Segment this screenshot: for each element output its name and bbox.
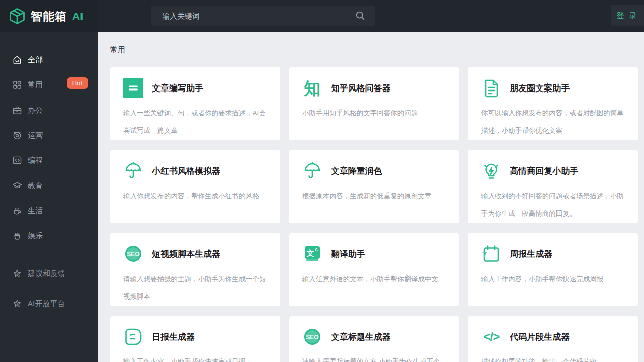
card-description: 根据原本内容，生成新的低重复的原创文章 (302, 187, 446, 205)
tool-card[interactable]: 7周报生成器输入工作内容，小助手帮你快速完成周报 (468, 233, 638, 306)
home-icon (12, 55, 22, 65)
sidebar-item-label: 全部 (28, 55, 43, 65)
sidebar-item-label: 建议和反馈 (28, 269, 65, 279)
tool-card[interactable]: SEO短视频脚本生成器请输入想要拍摄的主题，小助手为你生成一个短视频脚本 (110, 233, 280, 306)
tool-card[interactable]: </>代码片段生成器描述你想要的功能，输出一个代码片段 (468, 316, 638, 362)
umbrella-icon (302, 161, 323, 181)
article-icon (123, 78, 143, 98)
tool-card[interactable]: 知知乎风格问答器小助手用知乎风格的文字回答你的问题 (289, 67, 459, 140)
card-description: 输入任意外语的文本，小助手帮你翻译成中文 (302, 270, 446, 288)
card-header: 文章编写助手 (123, 78, 267, 98)
brand-name: 智能箱 (31, 9, 67, 24)
tool-card[interactable]: 高情商回复小助手输入收到的不好回答的问题或者场景描述，小助手为你生成一段高情商的… (468, 150, 638, 223)
card-description: 输入工作内容，小助手帮你快速完成周报 (481, 270, 625, 288)
tool-card[interactable]: 文c翻译助手输入任意外语的文本，小助手帮你翻译成中文 (289, 233, 459, 306)
sidebar-item-footer-1[interactable]: AI开放平台 (0, 289, 98, 319)
sidebar-item-label: 编程 (28, 156, 43, 165)
star-icon (12, 268, 22, 279)
card-title: 朋友圈文案助手 (510, 82, 570, 94)
card-header: 7周报生成器 (481, 244, 625, 264)
tool-card[interactable]: 小红书风格模拟器输入你想发布的内容，帮你生成小红书的风格 (110, 150, 280, 223)
briefcase-icon (12, 105, 22, 115)
grid-icon (12, 80, 22, 90)
card-header: 朋友圈文案助手 (481, 78, 625, 98)
login-button[interactable]: 登 录 (611, 5, 644, 26)
main-content: 常用 文章编写助手输入一些关键词、句，或者你的要求描述，AI会尝试写成一篇文章知… (98, 32, 644, 362)
top-bar: 智能箱 AI 登 录 (0, 0, 644, 32)
tool-card[interactable]: 朋友圈文案助手你可以输入你想发布的内容，或者对配图的简单描述，小助手帮你优化文案 (468, 67, 638, 140)
card-header: 高情商回复小助手 (481, 161, 625, 181)
svg-text:SEO: SEO (306, 334, 318, 341)
card-title: 文章编写助手 (152, 82, 203, 94)
card-description: 小助手用知乎风格的文字回答你的问题 (302, 104, 446, 122)
bulb-icon (481, 161, 501, 181)
card-description: 输入你想发布的内容，帮你生成小红书的风格 (123, 187, 267, 205)
sidebar-item-1[interactable]: 常用Hot (0, 72, 98, 98)
card-title: 文章标题生成器 (331, 331, 391, 343)
brand-suffix: AI (72, 10, 83, 22)
sidebar-item-label: 生活 (28, 206, 43, 216)
card-header: 文c翻译助手 (302, 244, 446, 264)
card-title: 短视频脚本生成器 (152, 248, 220, 260)
daily-icon (123, 327, 143, 347)
education-icon (12, 180, 22, 191)
card-title: 代码片段生成器 (510, 331, 570, 343)
sidebar-item-7[interactable]: 娱乐 (0, 223, 98, 248)
code-snippet-icon: </> (481, 327, 501, 347)
svg-text:c: c (315, 247, 318, 252)
sidebar-item-label: 教育 (28, 181, 43, 191)
card-description: 请输入需要起标题的文案,小助手为你生成五个 (302, 353, 446, 362)
tool-card[interactable]: SEO文章标题生成器请输入需要起标题的文案,小助手为你生成五个 (289, 316, 459, 362)
sidebar-item-5[interactable]: 教育 (0, 173, 98, 198)
tool-card[interactable]: 文章编写助手输入一些关键词、句，或者你的要求描述，AI会尝试写成一篇文章 (110, 67, 280, 140)
sidebar-item-6[interactable]: 生活 (0, 198, 98, 223)
sidebar-nav: 全部常用Hot办公运营编程教育生活娱乐 (0, 47, 98, 248)
search-box[interactable] (151, 6, 375, 26)
seo-icon: SEO (302, 327, 323, 347)
sidebar-item-footer-0[interactable]: 建议和反馈 (0, 258, 98, 289)
operations-icon (12, 130, 22, 140)
sidebar-item-0[interactable]: 全部 (0, 47, 98, 72)
card-title: 翻译助手 (331, 248, 365, 260)
card-title: 周报生成器 (510, 248, 552, 260)
svg-text:文: 文 (306, 249, 314, 257)
card-title: 小红书风格模拟器 (152, 165, 220, 177)
search-input[interactable] (151, 12, 355, 20)
card-header: 小红书风格模拟器 (123, 161, 267, 181)
sidebar-item-label: 办公 (28, 106, 43, 115)
sidebar-item-4[interactable]: 编程 (0, 148, 98, 173)
cube-icon (8, 7, 26, 25)
sidebar: 全部常用Hot办公运营编程教育生活娱乐 建议和反馈AI开放平台 (0, 32, 98, 362)
sidebar-footer-nav: 建议和反馈AI开放平台 (0, 254, 98, 319)
card-title: 文章降重润色 (331, 165, 382, 177)
search-icon[interactable] (355, 10, 366, 21)
card-header: 文章降重润色 (302, 161, 446, 181)
card-header: </>代码片段生成器 (481, 327, 625, 347)
coffee-icon (12, 206, 22, 216)
star-icon (12, 299, 22, 309)
card-title: 高情商回复小助手 (510, 165, 578, 177)
sidebar-item-label: 运营 (28, 131, 43, 140)
umbrella-icon (123, 161, 143, 181)
tool-card[interactable]: 文章降重润色根据原本内容，生成新的低重复的原创文章 (289, 150, 459, 223)
card-title: 知乎风格问答器 (331, 82, 391, 94)
sidebar-item-3[interactable]: 运营 (0, 123, 98, 148)
tool-card[interactable]: 日报生成器输入工作内容，小助手帮你快速完成日报 (110, 316, 280, 362)
card-header: SEO短视频脚本生成器 (123, 244, 267, 264)
code-icon (12, 155, 22, 165)
hot-badge: Hot (67, 77, 88, 89)
sidebar-item-label: AI开放平台 (28, 299, 65, 309)
brand: 智能箱 AI (0, 0, 98, 32)
calendar-icon: 7 (481, 244, 501, 264)
card-description: 输入工作内容，小助手帮你快速完成日报 (123, 353, 267, 362)
sidebar-item-2[interactable]: 办公 (0, 98, 98, 123)
card-header: 知知乎风格问答器 (302, 78, 446, 98)
zhihu-icon: 知 (302, 78, 323, 98)
sidebar-item-label: 娱乐 (28, 231, 43, 241)
seo-icon: SEO (123, 244, 143, 264)
section-title: 常用 (110, 45, 638, 55)
card-description: 你可以输入你想发布的内容，或者对配图的简单描述，小助手帮你优化文案 (481, 104, 625, 139)
translate-icon: 文c (302, 244, 323, 264)
card-description: 请输入想要拍摄的主题，小助手为你生成一个短视频脚本 (123, 270, 267, 305)
card-description: 输入一些关键词、句，或者你的要求描述，AI会尝试写成一篇文章 (123, 104, 267, 139)
